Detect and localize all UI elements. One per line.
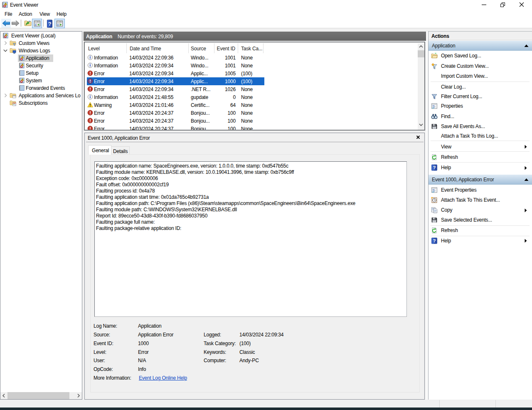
- svg-text:?: ?: [433, 238, 436, 243]
- svg-text:?: ?: [433, 165, 436, 170]
- svg-text:?: ?: [48, 21, 52, 27]
